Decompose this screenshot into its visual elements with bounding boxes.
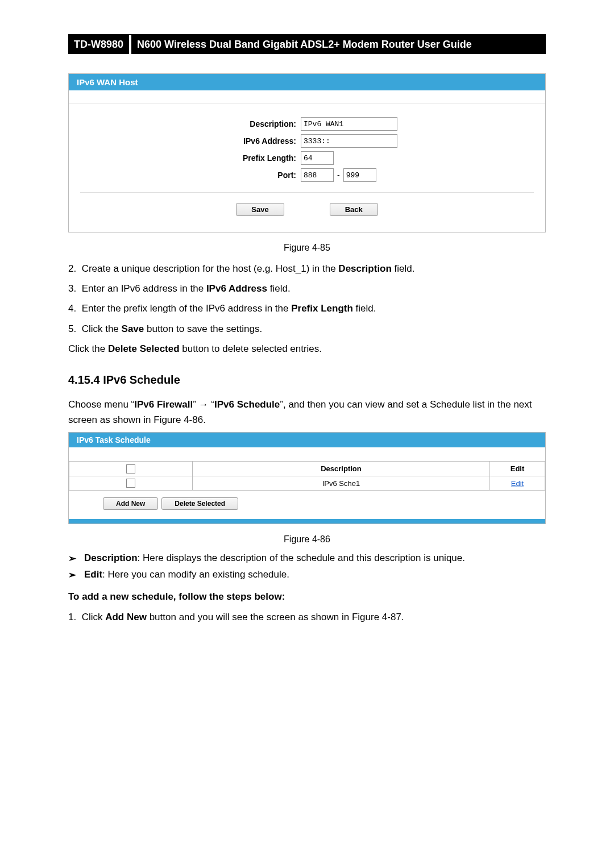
table-header-row: Description Edit [69,462,545,476]
model-badge: TD-W8980 [68,35,129,54]
panel-title: IPv6 WAN Host [69,74,545,90]
col-description: Description [193,462,490,476]
port-to-input[interactable] [343,168,376,182]
ipv6-address-input[interactable] [301,134,397,148]
chevron-right-icon: ➢ [68,553,84,564]
edit-link[interactable]: Edit [511,479,524,488]
step-5: 5. Click the Save button to save the set… [68,321,546,337]
schedule-intro: Choose menu “IPv6 Firewall” → “IPv6 Sche… [68,397,546,427]
description-input[interactable] [301,117,397,131]
step-3: 3. Enter an IPv6 address in the IPv6 Add… [68,281,546,296]
chevron-right-icon: ➢ [68,569,84,581]
select-all-checkbox[interactable] [126,464,135,474]
figure-85-caption: Figure 4-85 [68,243,546,253]
doc-title: N600 Wireless Dual Band Gigabit ADSL2+ M… [131,35,546,54]
step-4: 4. Enter the prefix length of the IPv6 a… [68,301,546,316]
row-description: IPv6 Sche1 [193,476,490,491]
ipv6-wan-host-panel: IPv6 WAN Host Description: IPv6 Address:… [68,73,546,232]
panel-strip [69,90,545,103]
row-checkbox[interactable] [126,479,135,488]
label-ipv6-address: IPv6 Address: [80,136,301,146]
col-edit: Edit [490,462,545,476]
add-schedule-heading: To add a new schedule, follow the steps … [68,589,546,604]
schedule-table: Description Edit IPv6 Sche1 Edit [69,461,545,491]
port-from-input[interactable] [301,168,334,182]
panel86-footer [69,519,545,524]
label-description: Description: [80,119,301,128]
delete-selected-note: Click the Delete Selected button to dele… [68,341,546,356]
ipv6-task-schedule-panel: IPv6 Task Schedule Description Edit IPv6… [68,432,546,524]
add-new-button[interactable]: Add New [103,497,158,510]
label-port: Port: [80,171,301,180]
label-prefix-length: Prefix Length: [80,153,301,163]
table-row: IPv6 Sche1 Edit [69,476,545,491]
port-separator: - [334,171,343,180]
back-button[interactable]: Back [330,203,378,216]
figure-86-caption: Figure 4-86 [68,534,546,545]
bullet-description: ➢ Description: Here displays the descrip… [68,553,546,564]
delete-selected-button[interactable]: Delete Selected [161,497,238,510]
doc-header: TD-W8980 N600 Wireless Dual Band Gigabit… [68,34,546,54]
bullet-edit: ➢ Edit: Here you can modify an existing … [68,569,546,581]
section-heading: 4.15.4 IPv6 Schedule [68,373,546,387]
panel86-title: IPv6 Task Schedule [69,433,545,447]
panel86-strip [69,447,545,461]
prefix-length-input[interactable] [301,151,334,165]
save-button[interactable]: Save [236,203,284,216]
step-2: 2. Create a unique description for the h… [68,261,546,276]
add-step-1: 1. Click Add New button and you will see… [68,609,546,625]
